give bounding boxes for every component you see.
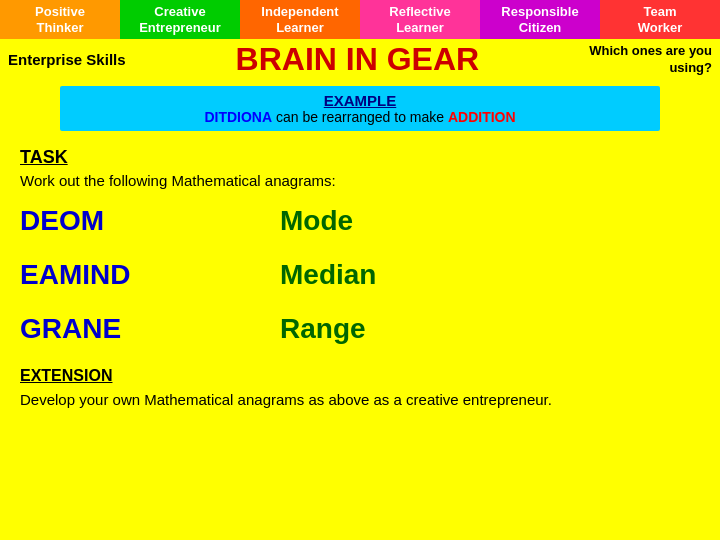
anagram-row-3: GRANE Range xyxy=(20,313,700,345)
extension-heading: EXTENSION xyxy=(20,367,700,385)
example-title: EXAMPLE xyxy=(72,92,648,109)
brain-title: BRAIN IN GEAR xyxy=(126,41,590,78)
main-content: TASK Work out the following Mathematical… xyxy=(0,137,720,420)
nav-tabs: PositiveThinker CreativeEntrepreneur Ind… xyxy=(0,0,720,39)
tab-reflective[interactable]: ReflectiveLearner xyxy=(360,0,480,39)
example-box: EXAMPLE DITDIONA can be rearranged to ma… xyxy=(60,86,660,131)
anagram-scrambled-3: GRANE xyxy=(20,313,280,345)
which-ones-text: Which ones are you using? xyxy=(589,43,720,77)
example-scrambled: DITDIONA xyxy=(204,109,272,125)
tab-positive[interactable]: PositiveThinker xyxy=(0,0,120,39)
tab-team[interactable]: TeamWorker xyxy=(600,0,720,39)
anagram-row-2: EAMIND Median xyxy=(20,259,700,291)
header-row: Enterprise Skills BRAIN IN GEAR Which on… xyxy=(0,39,720,80)
example-middle: can be rearranged to make xyxy=(272,109,448,125)
example-description: DITDIONA can be rearranged to make ADDIT… xyxy=(72,109,648,125)
anagram-answer-2: Median xyxy=(280,259,376,291)
tab-independent[interactable]: IndependentLearner xyxy=(240,0,360,39)
task-heading: TASK xyxy=(20,147,700,168)
anagram-answer-1: Mode xyxy=(280,205,353,237)
anagram-scrambled-1: DEOM xyxy=(20,205,280,237)
extension-text: Develop your own Mathematical anagrams a… xyxy=(20,389,700,410)
tab-creative[interactable]: CreativeEntrepreneur xyxy=(120,0,240,39)
enterprise-label: Enterprise Skills xyxy=(0,51,126,68)
anagram-row-1: DEOM Mode xyxy=(20,205,700,237)
anagram-scrambled-2: EAMIND xyxy=(20,259,280,291)
example-answer: ADDITION xyxy=(448,109,516,125)
task-description: Work out the following Mathematical anag… xyxy=(20,172,700,189)
anagram-answer-3: Range xyxy=(280,313,366,345)
tab-responsible[interactable]: ResponsibleCitizen xyxy=(480,0,600,39)
